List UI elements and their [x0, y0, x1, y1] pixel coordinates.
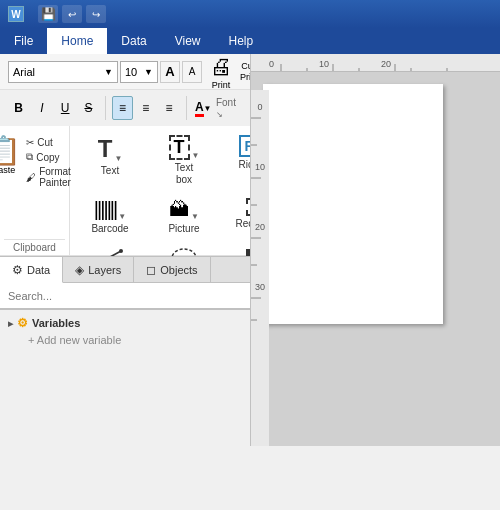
left-panel: Arial ▼ 10 ▼ A A 🖨 Print Custo Print... [0, 54, 250, 446]
print-icon: 🖨 [210, 54, 232, 80]
canvas-area: 0 10 20 30 [251, 72, 500, 446]
app-icon: W [8, 6, 24, 22]
align-center-button[interactable]: ≡ [135, 96, 156, 120]
title-controls: 💾 ↩ ↪ [38, 5, 106, 23]
menu-data[interactable]: Data [107, 28, 160, 54]
tool-text[interactable]: T ▼ Text [74, 130, 146, 191]
menu-bar: File Home Data View Help [0, 28, 500, 54]
picture-dropdown-icon: ▼ [191, 212, 199, 221]
ruler-v-svg: 0 10 20 30 [251, 90, 269, 446]
main-area: Arial ▼ 10 ▼ A A 🖨 Print Custo Print... [0, 54, 500, 446]
font-color-button[interactable]: A ▼ [193, 96, 214, 120]
print-button[interactable]: 🖨 Print [210, 54, 232, 90]
design-canvas[interactable] [251, 72, 500, 446]
clipboard-section: 📋 Paste ✂ Cut ⧉ Copy 🖌 [0, 126, 70, 255]
ribbon-tools-row: 📋 Paste ✂ Cut ⧉ Copy 🖌 [0, 126, 250, 256]
paste-button[interactable]: 📋 Paste [0, 132, 22, 180]
svg-text:20: 20 [381, 59, 391, 69]
variables-icon: ⚙ [17, 316, 28, 330]
tool-textbox[interactable]: T ▼ Textbox [148, 130, 220, 191]
svg-rect-21 [251, 90, 269, 446]
ribbon-format-row: B I U S ≡ ≡ ≡ A ▼ Font ↘ [0, 90, 250, 126]
title-bar: W 💾 ↩ ↪ [0, 0, 500, 28]
tool-barcode[interactable]: ||||||| ▼ Barcode [74, 193, 146, 240]
font-name-selector[interactable]: Arial ▼ [8, 61, 118, 83]
strikethrough-button[interactable]: S [78, 96, 99, 120]
italic-button[interactable]: I [31, 96, 52, 120]
textbox-dropdown-icon: ▼ [192, 151, 200, 160]
tabs-row: ⚙ Data ◈ Layers ◻ Objects [0, 257, 250, 283]
menu-home[interactable]: Home [47, 28, 107, 54]
underline-button[interactable]: U [55, 96, 76, 120]
svg-text:0: 0 [269, 59, 274, 69]
menu-view[interactable]: View [161, 28, 215, 54]
ruler-h-svg: 0 10 20 [251, 54, 500, 71]
search-input[interactable] [0, 283, 250, 309]
page [263, 84, 443, 324]
svg-text:30: 30 [255, 282, 265, 292]
bold-button[interactable]: B [8, 96, 29, 120]
right-panel: 0 10 20 0 10 [250, 54, 500, 446]
scissors-icon: ✂ [26, 137, 34, 148]
vertical-ruler: 0 10 20 30 [251, 90, 269, 446]
copy-icon: ⧉ [26, 151, 33, 163]
tree-section: ▸ ⚙ Variables + Add new variable [0, 310, 250, 352]
barcode-dropdown-icon: ▼ [118, 212, 126, 221]
separator-1 [105, 96, 106, 120]
separator-2 [186, 96, 187, 120]
save-button[interactable]: 💾 [38, 5, 58, 23]
svg-text:20: 20 [255, 222, 265, 232]
variables-tree-item[interactable]: ▸ ⚙ Variables [8, 314, 242, 332]
menu-file[interactable]: File [0, 28, 47, 54]
font-section-label: Font ↘ [216, 97, 242, 119]
clipboard-label: Clipboard [4, 239, 65, 253]
brush-icon: 🖌 [26, 172, 36, 183]
svg-rect-10 [251, 54, 500, 71]
text-dropdown-icon: ▼ [114, 154, 122, 163]
redo-button[interactable]: ↪ [86, 5, 106, 23]
barcode-icon: ||||||| [94, 198, 116, 221]
align-left-button[interactable]: ≡ [112, 96, 133, 120]
objects-tab-icon: ◻ [146, 263, 156, 277]
ribbon-font-row: Arial ▼ 10 ▼ A A 🖨 Print Custo Print... [0, 54, 250, 90]
tree-arrow-icon: ▸ [8, 318, 13, 329]
bottom-panel: ⚙ Data ◈ Layers ◻ Objects ▸ [0, 256, 250, 352]
font-shrink-button[interactable]: A [182, 61, 202, 83]
text-icon: T [98, 135, 113, 163]
paste-icon: 📋 [0, 137, 21, 165]
undo-button[interactable]: ↩ [62, 5, 82, 23]
tab-objects[interactable]: ◻ Objects [134, 257, 210, 282]
svg-point-2 [119, 249, 123, 253]
svg-text:0: 0 [257, 102, 262, 112]
search-row [0, 283, 250, 310]
align-right-button[interactable]: ≡ [158, 96, 179, 120]
svg-text:10: 10 [319, 59, 329, 69]
font-size-selector[interactable]: 10 ▼ [120, 61, 158, 83]
picture-icon: 🏔 [169, 198, 189, 221]
add-variable-button[interactable]: + Add new variable [8, 332, 242, 348]
font-grow-button[interactable]: A [160, 61, 180, 83]
layers-tab-icon: ◈ [75, 263, 84, 277]
menu-help[interactable]: Help [215, 28, 268, 54]
horizontal-ruler: 0 10 20 [251, 54, 500, 72]
tab-layers[interactable]: ◈ Layers [63, 257, 134, 282]
svg-text:10: 10 [255, 162, 265, 172]
tool-picture[interactable]: 🏔 ▼ Picture [148, 193, 220, 240]
tab-data[interactable]: ⚙ Data [0, 257, 63, 283]
data-tab-icon: ⚙ [12, 263, 23, 277]
textbox-icon: T [169, 135, 190, 160]
